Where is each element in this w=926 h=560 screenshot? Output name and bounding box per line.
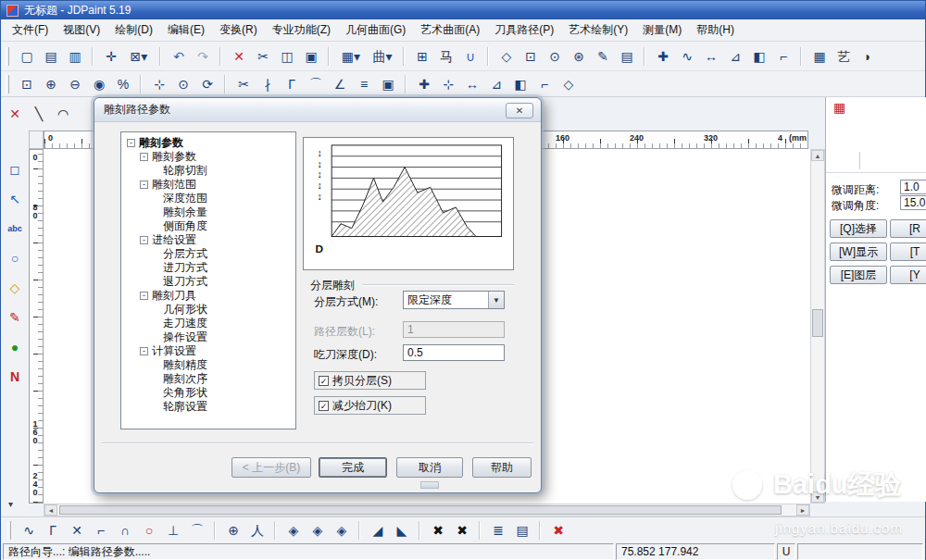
chamfer-button[interactable]: ∠ bbox=[328, 73, 352, 95]
wave-curve-button[interactable]: ∿ bbox=[675, 45, 699, 68]
dimension-button[interactable]: ✛ bbox=[99, 45, 123, 68]
display-mode-button[interactable]: [W]显示 bbox=[830, 243, 887, 261]
r-mode-button[interactable]: [R bbox=[890, 219, 926, 238]
node-tool-button[interactable]: ⊹ bbox=[436, 73, 460, 95]
corner-tool-button[interactable]: ⌐ bbox=[771, 45, 795, 68]
branch-path-button[interactable]: 人 bbox=[245, 519, 269, 541]
brush-tool-button[interactable]: ✎ bbox=[4, 306, 26, 329]
horizontal-dim-button[interactable]: ↔ bbox=[699, 45, 723, 68]
tree-item[interactable]: - 雕刻刀具 bbox=[121, 289, 295, 303]
arc-path-button[interactable]: ∩ bbox=[113, 519, 137, 541]
zoom-out-button[interactable]: ⊖ bbox=[63, 73, 87, 95]
t-mode-button[interactable]: [T bbox=[890, 243, 926, 261]
checkbox-checked-icon[interactable]: ✓ bbox=[319, 401, 329, 411]
tree-item[interactable]: 退刀方式 bbox=[121, 275, 295, 289]
comb-path-button[interactable]: ≣ bbox=[486, 519, 510, 541]
cut-curve-button[interactable]: ✂ bbox=[232, 73, 256, 95]
y-mode-button[interactable]: [Y bbox=[890, 266, 926, 284]
zoom-dynamic-button[interactable]: ⊙ bbox=[171, 73, 195, 95]
break-curve-button[interactable]: ∤ bbox=[256, 73, 280, 95]
mirror-half-button[interactable]: ◧ bbox=[747, 45, 771, 68]
nudge-angle-input[interactable]: 15.0 bbox=[900, 195, 926, 210]
outline-curve-button[interactable]: ▣ bbox=[376, 73, 400, 95]
checkbox-checked-icon[interactable]: ✓ bbox=[319, 376, 329, 386]
measure-width-button[interactable]: ↔ bbox=[460, 73, 484, 95]
tree-item[interactable]: - 雕刻参数 bbox=[121, 136, 295, 150]
menu-geometry-surface[interactable]: 几何曲面(G) bbox=[338, 19, 413, 41]
vscroll-thumb[interactable] bbox=[812, 309, 823, 337]
open-file-button[interactable]: ▤ bbox=[39, 45, 63, 68]
slope-tool-button[interactable]: ⊿ bbox=[484, 73, 508, 95]
tree-item[interactable]: 尖角形状 bbox=[121, 386, 295, 400]
view-shade-button[interactable]: ◗ bbox=[856, 45, 880, 68]
finish-button[interactable]: 完成 bbox=[319, 457, 387, 478]
scroll-right-icon[interactable]: ► bbox=[796, 504, 809, 516]
tree-item[interactable]: 雕刻精度 bbox=[121, 358, 295, 372]
pan-view-button[interactable]: ⊹ bbox=[147, 73, 171, 95]
tree-item[interactable]: 深度范围 bbox=[121, 192, 295, 205]
dialog-titlebar[interactable]: 雕刻路径参数 bbox=[94, 98, 541, 122]
offset-curve-button[interactable]: ≡ bbox=[352, 73, 376, 95]
magnet-tool-button[interactable]: N bbox=[4, 366, 26, 388]
circle-center-button[interactable]: ⊙ bbox=[543, 45, 567, 68]
slope-triangle-button[interactable]: ⊿ bbox=[723, 45, 747, 68]
pen-edit-button[interactable]: ✎ bbox=[591, 45, 615, 68]
new-file-button[interactable]: ▢ bbox=[15, 45, 39, 68]
path-wizard-button[interactable]: ∿ bbox=[17, 519, 41, 541]
tree-item[interactable]: - 计算设置 bbox=[121, 344, 295, 358]
corner-path-2-button[interactable]: ⌐ bbox=[89, 519, 113, 541]
menu-transform[interactable]: 变换(R) bbox=[212, 19, 265, 41]
tree-item[interactable]: 分层方式 bbox=[121, 247, 295, 261]
copy-layers-checkbox-row[interactable]: ✓ 拷贝分层(S) bbox=[314, 371, 426, 390]
help-button[interactable]: 帮助 bbox=[472, 457, 532, 478]
toolbar-grip[interactable] bbox=[6, 47, 9, 66]
menu-help[interactable]: 帮助(H) bbox=[689, 19, 742, 41]
rotate-corner-button[interactable]: ⌐ bbox=[532, 73, 557, 95]
polygon-tool-button[interactable]: ○ bbox=[4, 247, 26, 269]
mirror-tool-button[interactable]: ◧ bbox=[508, 73, 532, 95]
cancel-button[interactable]: 取消 bbox=[396, 457, 463, 478]
tree-item[interactable]: - 雕刻范围 bbox=[121, 178, 295, 192]
drill-point-button[interactable]: ⊕ bbox=[221, 519, 245, 541]
add-point-button[interactable]: ✚ bbox=[651, 45, 675, 68]
region-path-button[interactable]: ○ bbox=[137, 519, 161, 541]
cross-path-button[interactable]: ✕ bbox=[65, 519, 89, 541]
corner-path-button[interactable]: Γ bbox=[41, 519, 65, 541]
reduce-lift-checkbox-row[interactable]: ✓ 减少抬刀(K) bbox=[314, 396, 426, 415]
menu-file[interactable]: 文件(F) bbox=[5, 19, 56, 41]
region-grid-button[interactable]: ⊞ bbox=[410, 45, 434, 68]
dialog-close-button[interactable]: ✕ bbox=[506, 103, 533, 118]
tree-item[interactable]: 雕刻次序 bbox=[121, 372, 295, 386]
tangent-arc-button[interactable]: ⌒ bbox=[185, 519, 209, 541]
hscroll-thumb[interactable] bbox=[59, 505, 782, 515]
tree-item[interactable]: - 进给设置 bbox=[121, 233, 295, 247]
layer-sheet-button[interactable]: ▤ bbox=[615, 45, 639, 68]
scroll-left-icon[interactable]: ◄ bbox=[44, 504, 57, 516]
shield-u-button[interactable]: ∪ bbox=[458, 45, 482, 68]
snap-grid-button[interactable]: ⊡ bbox=[519, 45, 543, 68]
tree-item[interactable]: - 雕刻参数 bbox=[121, 150, 295, 164]
pick-mode-button[interactable]: ⊠▾ bbox=[123, 45, 155, 68]
arc-tool-button[interactable]: ◠ bbox=[51, 103, 75, 125]
tree-expander-icon[interactable]: - bbox=[140, 180, 148, 189]
zoom-percent-button[interactable]: % bbox=[111, 73, 135, 95]
tree-item[interactable]: 轮廓切割 bbox=[121, 164, 295, 178]
gear-settings-button[interactable]: ⊛ bbox=[567, 45, 591, 68]
toolbar-more-icon[interactable]: ▾ bbox=[8, 499, 13, 509]
zoom-window-button[interactable]: ⊡ bbox=[15, 73, 39, 95]
menu-art-surface[interactable]: 艺术曲面(A) bbox=[413, 19, 487, 41]
panel-grid-icon[interactable]: ▦ bbox=[833, 101, 845, 114]
node-edit-button[interactable]: ↖ bbox=[4, 188, 26, 210]
menu-edit[interactable]: 编辑(E) bbox=[160, 19, 212, 41]
zoom-previous-button[interactable]: ◉ bbox=[87, 73, 111, 95]
tree-item[interactable]: 进刀方式 bbox=[121, 261, 295, 275]
art-horse-button[interactable]: 马 bbox=[434, 45, 458, 68]
menu-toolpath[interactable]: 刀具路径(P) bbox=[487, 19, 561, 41]
tree-expander-icon[interactable]: - bbox=[140, 236, 148, 244]
menu-view[interactable]: 视图(V) bbox=[56, 19, 107, 41]
tree-item[interactable]: 轮廓设置 bbox=[121, 400, 295, 414]
zoom-in-button[interactable]: ⊕ bbox=[39, 73, 63, 95]
array-copy-button[interactable]: ▦▾ bbox=[335, 45, 367, 68]
perpendicular-path-button[interactable]: ⊥ bbox=[161, 519, 185, 541]
cross-mill-button[interactable]: ✖ bbox=[426, 519, 450, 541]
